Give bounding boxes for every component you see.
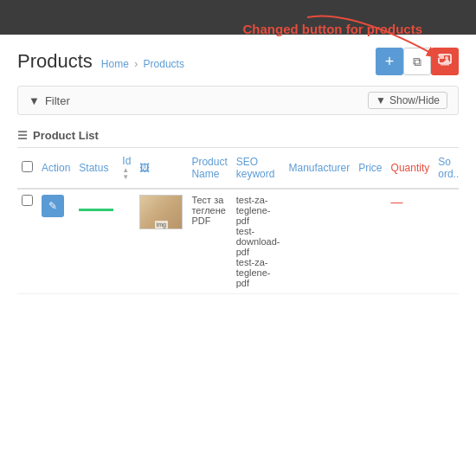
col-quantity[interactable]: Quantity (387, 148, 434, 189)
thumb-image: img (140, 196, 182, 228)
sort-arrows: ▲ ▼ (122, 167, 129, 181)
row-id-cell (118, 189, 135, 294)
product-list-title: Product List (33, 129, 99, 142)
changed-annotation: Changed button for products (243, 22, 422, 36)
show-hide-label: Show/Hide (389, 94, 440, 106)
edit-icon: ✎ (48, 200, 57, 212)
breadcrumb: Home › Products (101, 58, 184, 70)
filter-left: ▼ Filter (29, 94, 70, 107)
page-title-group: Products Home › Products (17, 50, 184, 73)
row-manufacturer-cell (285, 189, 355, 294)
row-status-cell (74, 189, 118, 294)
breadcrumb-separator: › (134, 58, 138, 70)
filter-label: Filter (45, 94, 70, 107)
col-manufacturer[interactable]: Manufacturer (285, 148, 355, 189)
show-hide-icon: ▼ (376, 94, 386, 106)
col-status-label: Status (79, 162, 108, 174)
col-so[interactable]: Soord... (434, 148, 459, 189)
col-checkbox (17, 148, 37, 189)
filter-bar: ▼ Filter ▼ Show/Hide (17, 86, 459, 115)
page-title: Products (17, 50, 93, 73)
product-list-header: ☰ Product List (17, 124, 459, 148)
svg-rect-1 (440, 55, 444, 59)
status-indicator (79, 209, 113, 211)
col-manufacturer-label: Manufacturer (289, 162, 351, 174)
content-area: Products Home › Products + ⧉ (0, 35, 476, 307)
row-product-name: Тест за теглене PDF (191, 195, 226, 226)
copy-button[interactable]: ⧉ (403, 48, 431, 75)
product-thumbnail: img (139, 195, 183, 229)
col-seo-label: SEOkeyword (236, 156, 275, 180)
row-price-cell (354, 189, 386, 294)
row-seo-cell: test-za-teglene-pdftest-download-pdftest… (232, 189, 285, 294)
col-quantity-label: Quantity (391, 162, 430, 174)
row-checkbox-cell (17, 189, 37, 294)
changed-button[interactable] (431, 48, 459, 75)
copy-icon: ⧉ (413, 55, 421, 69)
col-id-label: Id (122, 155, 131, 167)
col-image: 🖼 (135, 148, 187, 189)
row-seo-keywords: test-za-teglene-pdftest-download-pdftest… (236, 195, 280, 288)
breadcrumb-home[interactable]: Home (101, 58, 129, 70)
col-seo[interactable]: SEOkeyword (232, 148, 285, 189)
list-icon: ☰ (17, 129, 28, 142)
edit-button[interactable]: ✎ (42, 195, 64, 217)
table-row: ✎ img (17, 189, 459, 294)
col-price[interactable]: Price (354, 148, 386, 189)
select-all-checkbox[interactable] (22, 161, 33, 172)
page-header: Products Home › Products + ⧉ (17, 48, 459, 75)
page-wrapper: Products Home › Products + ⧉ (0, 0, 476, 476)
row-image-cell: img (135, 189, 187, 294)
col-product-name-label: ProductName (191, 156, 227, 180)
row-quantity: — (391, 195, 403, 209)
col-price-label: Price (358, 162, 382, 174)
products-table: Action Status Id ▲ ▼ (17, 148, 459, 294)
col-action: Action (37, 148, 74, 189)
table-header-row: Action Status Id ▲ ▼ (17, 148, 459, 189)
col-so-label: Soord... (438, 156, 459, 180)
col-image-icon: 🖼 (139, 162, 150, 174)
col-status: Status (74, 148, 118, 189)
col-action-label: Action (42, 162, 70, 174)
table-wrapper: Action Status Id ▲ ▼ (17, 148, 459, 294)
svg-point-2 (445, 56, 448, 60)
header-actions: + ⧉ (376, 48, 459, 75)
row-product-name-cell: Тест за теглене PDF (187, 189, 231, 294)
col-id[interactable]: Id ▲ ▼ (118, 148, 135, 189)
row-checkbox[interactable] (22, 195, 33, 206)
thumb-label: img (155, 221, 168, 228)
col-product-name[interactable]: ProductName (187, 148, 231, 189)
filter-icon: ▼ (29, 94, 40, 107)
svg-rect-4 (441, 64, 449, 66)
row-action-cell: ✎ (37, 189, 74, 294)
add-button[interactable]: + (376, 48, 403, 75)
breadcrumb-current[interactable]: Products (144, 58, 184, 70)
row-so-cell (434, 189, 459, 294)
changed-button-icon (438, 54, 452, 70)
show-hide-button[interactable]: ▼ Show/Hide (368, 92, 447, 109)
row-quantity-cell: — (387, 189, 434, 294)
